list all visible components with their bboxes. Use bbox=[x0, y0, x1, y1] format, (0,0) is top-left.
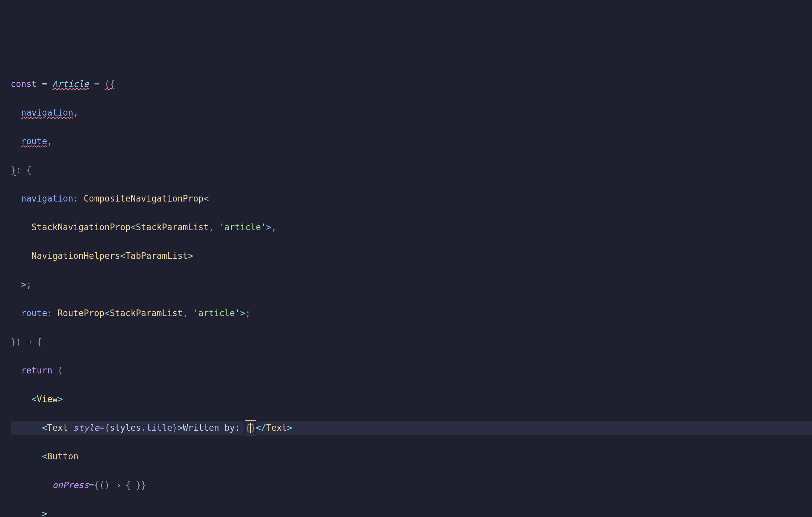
code-line: <View> bbox=[11, 392, 812, 406]
code-line: StackNavigationProp<StackParamList, 'art… bbox=[11, 220, 812, 234]
cursor-bracket-match: {} bbox=[245, 421, 256, 435]
jsx-attr-style: style bbox=[73, 423, 99, 433]
text-cursor bbox=[250, 423, 251, 433]
jsx-tag-text: Text bbox=[47, 423, 68, 433]
type-stack-nav-prop: StackNavigationProp bbox=[32, 222, 130, 232]
jsx-attr-onpress: onPress bbox=[52, 480, 89, 490]
code-line: }) ⇒ { bbox=[11, 335, 812, 349]
code-line: }: { bbox=[11, 163, 812, 177]
code-line: NavigationHelpers<TabParamList> bbox=[11, 249, 812, 263]
keyword-return: return bbox=[21, 366, 52, 375]
jsx-tag-button: Button bbox=[47, 451, 79, 461]
code-line: <Button bbox=[11, 449, 812, 464]
param-route: route bbox=[21, 136, 47, 146]
code-line: >; bbox=[11, 278, 812, 292]
param-navigation: navigation bbox=[21, 108, 73, 118]
code-line-active: <Text style={styles.title}>Written by: {… bbox=[11, 421, 812, 435]
code-line: route, bbox=[11, 134, 812, 149]
code-line: navigation, bbox=[11, 106, 812, 120]
jsx-tag-view: View bbox=[37, 394, 58, 404]
component-name: Article bbox=[52, 79, 89, 89]
code-line: return ( bbox=[11, 364, 812, 378]
type-route-prop: RouteProp bbox=[58, 308, 105, 318]
arrow-function: ⇒ bbox=[21, 337, 37, 347]
code-line: > bbox=[11, 507, 812, 517]
code-editor[interactable]: const = Article = ({ navigation, route, … bbox=[11, 63, 812, 517]
code-line: navigation: CompositeNavigationProp< bbox=[11, 192, 812, 206]
code-line: onPress={() ⇒ { }} bbox=[11, 478, 812, 492]
code-line: const = Article = ({ bbox=[11, 77, 812, 91]
type-nav-helpers: NavigationHelpers bbox=[32, 251, 120, 261]
code-line: route: RouteProp<StackParamList, 'articl… bbox=[11, 306, 812, 320]
type-composite-nav-prop: CompositeNavigationProp bbox=[84, 194, 203, 204]
keyword-const: const bbox=[11, 79, 37, 89]
